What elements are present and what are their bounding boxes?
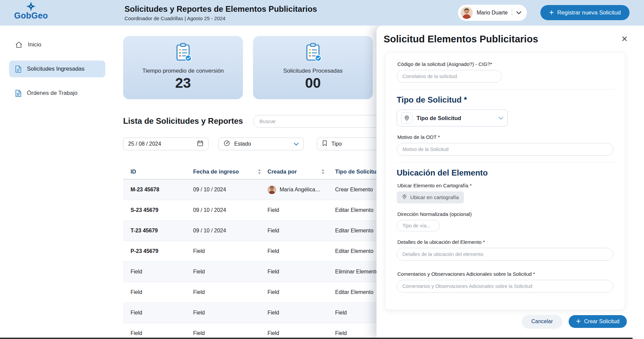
register-request-label: Registrar nueva Solicitud — [557, 9, 621, 16]
row-fecha: 09 / 10 / 2024 — [193, 207, 267, 213]
tipo-solicitud-heading: Tipo de Solicitud * — [397, 95, 613, 105]
user-avatar — [461, 7, 473, 19]
tipo-filter-value: Tipo — [331, 141, 342, 147]
app-header: GobGeo Solicitudes y Reportes de Element… — [0, 0, 644, 26]
header-titles: Solicitudes y Reportes de Elementos Publ… — [124, 4, 317, 21]
row-fecha: Field — [193, 289, 267, 295]
comentarios-label: Comentarios y Observaciones Adicionales … — [397, 271, 613, 277]
document-icon — [15, 89, 22, 97]
row-creada: Field — [267, 289, 335, 295]
clipboard-check-icon — [174, 43, 192, 63]
page-subtitle: Coordinador de Cuadrillas | Agosto 25 - … — [124, 15, 317, 21]
row-fecha: Field — [193, 330, 267, 336]
motivo-input[interactable] — [397, 143, 613, 156]
ubicar-cartografia-button[interactable]: Ubicar en cartografía — [397, 191, 464, 203]
sidebar-item-label: Inicio — [28, 41, 41, 48]
ubicacion-heading: Ubicación del Elemento — [397, 168, 613, 178]
table-row[interactable]: S-23 45679 09 / 10 / 2024 Field Editar E… — [123, 200, 398, 221]
user-menu[interactable]: Mario Duarte — [458, 5, 527, 21]
row-fecha: Field — [193, 248, 267, 254]
sidebar-item-label: Órdenes de Trabajo — [27, 90, 77, 97]
column-header-creada[interactable]: Creada por — [267, 168, 335, 175]
chevron-down-icon[interactable] — [516, 10, 522, 16]
list-title: Lista de Solicitudes y Reportes — [123, 116, 243, 126]
direccion-label: Dirección Normalizada (opcional) — [397, 211, 613, 217]
page-title: Solicitudes y Reportes de Elementos Publ… — [124, 4, 317, 14]
row-creada: Field — [267, 269, 335, 275]
date-filter[interactable]: 25 / 08 / 2024 — [123, 138, 209, 150]
row-id: Field — [123, 330, 193, 336]
home-icon — [15, 41, 23, 48]
sort-icon[interactable] — [258, 169, 261, 174]
document-icon — [15, 65, 22, 73]
bookmark-icon — [322, 140, 327, 148]
row-creada: María Angélica… — [267, 185, 335, 194]
table-row[interactable]: P-23 45679 Field Field Editar Elemento — [123, 241, 398, 262]
row-id: Field — [123, 269, 193, 275]
row-avatar — [267, 185, 276, 194]
cartografia-label: Ubicar Elemento en Cartografía * — [397, 183, 613, 188]
table-row[interactable]: M-23 45678 09 / 10 / 2024 María Angélica… — [123, 180, 398, 200]
date-filter-value: 25 / 08 / 2024 — [128, 141, 161, 147]
chevron-down-icon — [498, 115, 503, 121]
row-creada: Field — [267, 248, 335, 254]
stat-card-tiempo-conversion: Tiempo promedio de conversión 23 — [123, 36, 243, 99]
table-row[interactable]: Field Field Field Field — [123, 303, 398, 323]
divider — [395, 162, 615, 162]
row-fecha: 09 / 10 / 2024 — [193, 228, 267, 234]
detalles-input[interactable] — [397, 248, 613, 261]
sort-icon[interactable] — [321, 169, 325, 174]
user-name: Mario Duarte — [477, 10, 508, 16]
stat-label: Solicitudes Procesadas — [283, 68, 343, 74]
estado-filter-value: Estado — [234, 141, 251, 147]
row-fecha: Field — [193, 269, 267, 275]
row-creada: Field — [267, 330, 335, 336]
map-pin-icon — [402, 194, 407, 201]
logo[interactable]: GobGeo — [14, 1, 48, 21]
table-header-row: ID Fecha de ingreso Creada por Tipo de S… — [123, 164, 398, 180]
create-request-label: Crear Solicitud — [584, 318, 619, 325]
stat-card-solicitudes-procesadas: Solicitudes Procesadas 00 — [253, 36, 373, 99]
estado-filter[interactable]: Estado — [218, 138, 304, 150]
comentarios-input[interactable] — [397, 280, 613, 293]
column-header-fecha[interactable]: Fecha de ingreso — [193, 168, 267, 175]
chevron-down-icon — [294, 141, 299, 147]
codigo-label: Código de la solicitud (Asignado?) - CIG… — [397, 61, 613, 67]
create-request-button[interactable]: + Crear Solicitud — [569, 315, 627, 328]
ubicar-cartografia-label: Ubicar en cartografía — [410, 194, 459, 200]
table-row[interactable]: Field Field Field Field — [123, 323, 398, 339]
codigo-input[interactable] — [397, 70, 502, 83]
table-row[interactable]: T-23 45679 09 / 10 / 2024 Field Editar E… — [123, 221, 398, 241]
search-input[interactable] — [253, 115, 394, 128]
row-id: P-23 45679 — [123, 248, 193, 254]
stat-value: 23 — [175, 75, 191, 91]
table-row[interactable]: Field Field Field Eliminar Elemento — [123, 262, 398, 282]
row-fecha: 09 / 10 / 2024 — [193, 187, 267, 193]
calendar-icon — [197, 140, 204, 148]
close-icon[interactable]: ✕ — [621, 35, 628, 43]
sidebar-item-inicio[interactable]: Inicio — [9, 36, 105, 53]
row-id: Field — [123, 289, 193, 295]
tipo-solicitud-dropdown[interactable]: Tipo de Solicitud — [397, 110, 508, 126]
requests-table: ID Fecha de ingreso Creada por Tipo de S… — [123, 164, 398, 339]
sidebar-item-solicitudes-ingresadas[interactable]: Solicitudes Ingresadas — [9, 61, 105, 77]
tipo-via-input[interactable] — [397, 220, 440, 231]
table-row[interactable]: Field Field Field Editar Elemento — [123, 282, 398, 303]
sidebar-item-ordenes-de-trabajo[interactable]: Órdenes de Trabajo — [9, 85, 105, 102]
row-id: T-23 45679 — [123, 228, 193, 234]
gauge-icon — [223, 140, 230, 148]
drawer-footer: Cancelar + Crear Solicitud — [522, 315, 627, 328]
location-pin-icon — [401, 112, 413, 124]
clipboard-check-icon — [304, 43, 322, 63]
sidebar: Inicio Solicitudes Ingresadas Órdenes de… — [0, 26, 115, 339]
request-form: Código de la solicitud (Asignado?) - CIG… — [385, 52, 625, 310]
divider — [512, 9, 512, 17]
cancel-button[interactable]: Cancelar — [522, 315, 562, 328]
row-creada: Field — [267, 207, 335, 213]
drawer-title: Solicitud Elementos Publicitarios — [384, 34, 538, 45]
row-id: Field — [123, 310, 193, 316]
register-request-button[interactable]: + Registrar nueva Solicitud — [540, 5, 630, 20]
sidebar-item-label: Solicitudes Ingresadas — [27, 66, 84, 72]
tipo-solicitud-dropdown-value: Tipo de Solicitud — [417, 115, 461, 121]
logo-text: GobGeo — [14, 11, 48, 21]
